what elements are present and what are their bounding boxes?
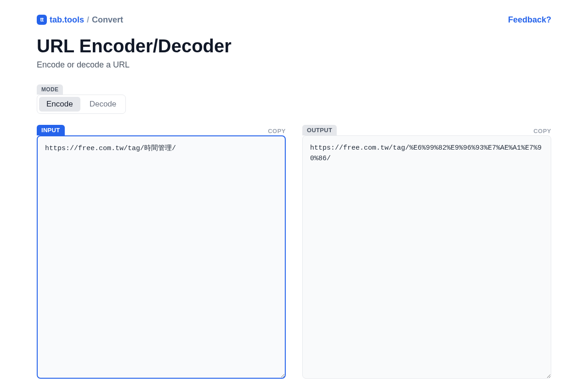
page-subtitle: Encode or decode a URL — [37, 60, 551, 70]
page-header: tt tab.tools / Convert Feedback? — [37, 15, 551, 25]
input-textarea[interactable] — [37, 135, 286, 379]
feedback-link[interactable]: Feedback? — [508, 15, 551, 25]
output-copy-button[interactable]: COPY — [533, 128, 551, 135]
panels-container: INPUT COPY OUTPUT COPY — [37, 125, 551, 381]
mode-decode-button[interactable]: Decode — [82, 97, 124, 112]
input-label: INPUT — [37, 125, 65, 135]
input-panel-header: INPUT COPY — [37, 125, 286, 135]
mode-section: MODE Encode Decode — [37, 84, 551, 114]
breadcrumb: tt tab.tools / Convert — [37, 15, 123, 25]
output-panel: OUTPUT COPY — [302, 125, 551, 381]
mode-encode-button[interactable]: Encode — [39, 97, 80, 112]
logo-icon[interactable]: tt — [37, 15, 47, 25]
brand-link[interactable]: tab.tools — [50, 15, 84, 25]
input-panel: INPUT COPY — [37, 125, 286, 381]
output-textarea[interactable] — [302, 135, 551, 379]
page-title: URL Encoder/Decoder — [37, 36, 551, 56]
input-copy-button[interactable]: COPY — [268, 128, 286, 135]
breadcrumb-separator: / — [87, 15, 89, 25]
output-panel-header: OUTPUT COPY — [302, 125, 551, 135]
breadcrumb-category[interactable]: Convert — [92, 15, 123, 25]
output-label: OUTPUT — [302, 125, 337, 135]
mode-toggle: Encode Decode — [37, 95, 126, 114]
mode-label: MODE — [37, 84, 63, 95]
